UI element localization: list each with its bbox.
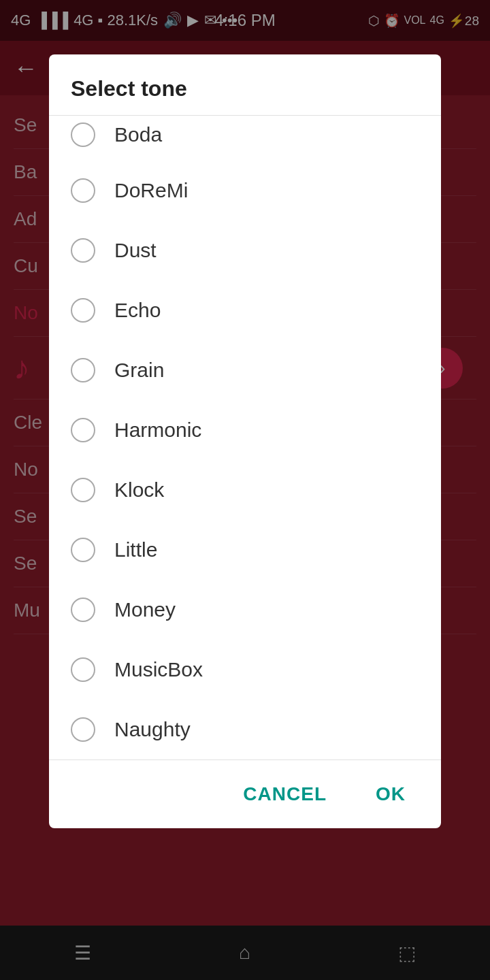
select-tone-dialog: Select tone Boda DoReMi Dust Echo Grain …	[49, 54, 441, 828]
cancel-button[interactable]: CANCEL	[227, 774, 343, 815]
label-echo: Echo	[114, 299, 161, 322]
tone-list: Boda DoReMi Dust Echo Grain Harmonic Klo…	[49, 116, 441, 760]
radio-doremi[interactable]	[71, 178, 95, 203]
label-harmonic: Harmonic	[114, 419, 201, 442]
radio-dust[interactable]	[71, 238, 95, 263]
list-item-musicbox[interactable]: MusicBox	[49, 640, 441, 700]
list-item-naughty[interactable]: Naughty	[49, 700, 441, 760]
dialog-title: Select tone	[49, 54, 441, 116]
dialog-footer: CANCEL OK	[49, 760, 441, 828]
ok-button[interactable]: OK	[359, 774, 422, 815]
radio-harmonic[interactable]	[71, 418, 95, 442]
list-item-doremi[interactable]: DoReMi	[49, 161, 441, 220]
label-money: Money	[114, 598, 176, 621]
radio-klock[interactable]	[71, 478, 95, 502]
list-item-echo[interactable]: Echo	[49, 280, 441, 340]
radio-naughty[interactable]	[71, 717, 95, 742]
radio-grain[interactable]	[71, 358, 95, 382]
list-item-dust[interactable]: Dust	[49, 220, 441, 280]
label-musicbox: MusicBox	[114, 658, 203, 681]
radio-money[interactable]	[71, 598, 95, 622]
label-little: Little	[114, 538, 157, 561]
radio-musicbox[interactable]	[71, 657, 95, 682]
label-naughty: Naughty	[114, 718, 191, 741]
radio-boda[interactable]	[71, 122, 95, 147]
label-boda: Boda	[114, 123, 162, 146]
list-item-boda[interactable]: Boda	[49, 116, 441, 161]
label-doremi: DoReMi	[114, 179, 188, 202]
radio-echo[interactable]	[71, 298, 95, 323]
list-item-grain[interactable]: Grain	[49, 340, 441, 400]
list-item-klock[interactable]: Klock	[49, 460, 441, 520]
label-dust: Dust	[114, 239, 157, 262]
radio-little[interactable]	[71, 538, 95, 562]
label-klock: Klock	[114, 478, 164, 502]
list-item-little[interactable]: Little	[49, 520, 441, 580]
label-grain: Grain	[114, 359, 164, 382]
list-item-money[interactable]: Money	[49, 580, 441, 640]
list-item-harmonic[interactable]: Harmonic	[49, 400, 441, 460]
